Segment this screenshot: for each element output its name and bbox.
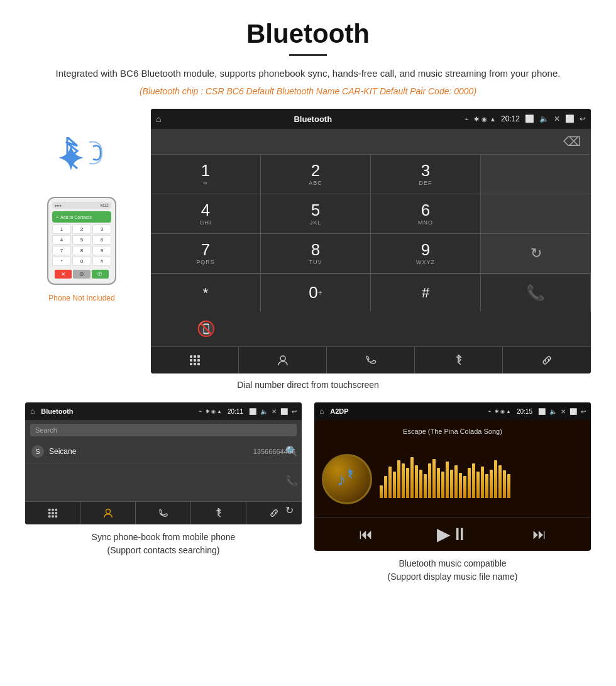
pb-contact-name: Seicane [49, 447, 253, 456]
pb-search-bar[interactable]: Search [30, 424, 297, 436]
dialpad-key-8[interactable]: 8 TUV [261, 234, 371, 274]
pb-search-area: Search [25, 420, 302, 440]
svg-rect-14 [52, 512, 54, 514]
pb-call-icon[interactable]: 📞 [285, 475, 298, 487]
pb-title: Bluetooth [41, 407, 195, 415]
ms-home-icon: ⌂ [319, 407, 324, 416]
pb-contact-avatar: S [31, 445, 44, 458]
dialpad-key-1[interactable]: 1 ∞ [151, 155, 261, 194]
close-icon: ✕ [554, 114, 560, 123]
home-icon: ⌂ [156, 114, 161, 124]
window-icon: ⬜ [565, 114, 575, 123]
page-title: Bluetooth [38, 19, 578, 49]
pb-sync-icon[interactable]: ↻ [285, 504, 298, 516]
end-call-button[interactable]: 📵 [151, 311, 261, 346]
dialpad-key-hash[interactable]: # [371, 274, 481, 311]
dialer-screen: ⌂ Bluetooth ⌁ ✱ ◉ ▲ 20:12 ⬜ 🔈 ✕ ⬜ ↩ ⌫ 1 … [151, 109, 591, 373]
dialpad-key-2[interactable]: 2 ABC [261, 155, 371, 194]
dialpad-key-star[interactable]: * [151, 274, 261, 311]
ms-play-pause-btn[interactable]: ▶⏸ [437, 524, 468, 545]
svg-rect-16 [48, 516, 50, 518]
ms-song-title: Escape (The Pina Colada Song) [403, 428, 502, 435]
dialpad-empty-1 [481, 155, 591, 194]
dialpad-key-5[interactable]: 5 JKL [261, 194, 371, 234]
pb-back-icon: ↩ [292, 408, 297, 415]
dialpad-key-zero[interactable]: 0+ [261, 274, 371, 311]
svg-rect-6 [190, 363, 192, 365]
pb-contact-row[interactable]: S Seicane 13566664466 [25, 440, 302, 463]
toolbar-dialpad-btn[interactable] [151, 347, 239, 373]
ms-album-art: ♪ [322, 454, 372, 504]
ms-window-icon: ⬜ [569, 408, 577, 415]
phone-top-bar: ●●● M12 [52, 202, 111, 209]
dialpad-empty-3: ↻ [481, 234, 591, 274]
ms-title: A2DP [330, 407, 484, 415]
svg-rect-10 [48, 509, 50, 511]
dialer-title: Bluetooth [166, 114, 459, 124]
pb-toolbar-dialpad[interactable] [25, 502, 80, 524]
svg-rect-15 [55, 512, 57, 514]
dialpad-key-4[interactable]: 4 GHI [151, 194, 261, 234]
page-header: Bluetooth Integrated with BC6 Bluetooth … [0, 0, 616, 102]
svg-rect-8 [197, 363, 200, 365]
pb-toolbar [25, 501, 302, 524]
pb-time: 20:11 [228, 408, 243, 415]
main-content: ✦ ●●● M12 +Add to Contacts [0, 102, 616, 373]
dialpad-key-7[interactable]: 7 PQRS [151, 234, 261, 274]
pb-empty-space [25, 463, 302, 501]
pb-statusbar: ⌂ Bluetooth ⌁ ✱◉▲ 20:11 ⬜ 🔈 ✕ ⬜ ↩ [25, 402, 302, 420]
location-icon: ◉ [481, 116, 487, 123]
ms-visualizer [380, 460, 583, 498]
dialpad-key-3[interactable]: 3 DEF [371, 155, 481, 194]
phone-dialpad: 1 2 3 4 5 6 7 8 9 * 0 # [52, 224, 111, 266]
phone-area: ✦ ●●● M12 +Add to Contacts [25, 109, 138, 302]
svg-rect-0 [190, 355, 192, 358]
phone-not-included-label: Phone Not Included [48, 294, 114, 302]
pb-right-icons: 🔍 📞 ↻ [285, 445, 298, 516]
usb-icon: ⌁ [465, 115, 469, 123]
toolbar-call-btn[interactable] [327, 347, 415, 373]
ms-prev-btn[interactable]: ⏮ [359, 526, 373, 543]
ms-back-icon: ↩ [581, 408, 586, 415]
toolbar-bluetooth-btn[interactable] [415, 347, 503, 373]
dialer-toolbar [151, 346, 591, 373]
ms-camera-icon: ⬜ [538, 408, 546, 415]
phonebook-caption: Sync phone-book from mobile phone(Suppor… [92, 524, 236, 557]
svg-rect-3 [190, 359, 192, 362]
ms-statusbar: ⌂ A2DP ⌁ ✱◉▲ 20:15 ⬜ 🔈 ✕ ⬜ ↩ [314, 402, 591, 420]
svg-rect-18 [55, 516, 57, 518]
status-icons: ✱ ◉ ▲ [474, 116, 496, 123]
pb-search-placeholder: Search [35, 426, 292, 434]
dialpad-key-6[interactable]: 6 MNO [371, 194, 481, 234]
svg-rect-13 [48, 512, 50, 514]
ms-time: 20:15 [517, 408, 532, 415]
pb-toolbar-call[interactable] [136, 502, 191, 524]
pb-toolbar-contacts[interactable] [80, 502, 136, 524]
dialpad-key-9[interactable]: 9 WXYZ [371, 234, 481, 274]
ms-volume-icon: 🔈 [549, 408, 557, 415]
dialer-display: ⌫ [151, 129, 591, 154]
signal-icon: ▲ [490, 116, 496, 123]
music-caption-text: Bluetooth music compatible(Support displ… [388, 558, 518, 582]
toolbar-contacts-btn[interactable] [239, 347, 327, 373]
music-screen: ⌂ A2DP ⌁ ✱◉▲ 20:15 ⬜ 🔈 ✕ ⬜ ↩ Escape (The… [314, 402, 591, 551]
svg-rect-7 [194, 363, 196, 365]
bottom-screenshots: ⌂ Bluetooth ⌁ ✱◉▲ 20:11 ⬜ 🔈 ✕ ⬜ ↩ Search [0, 402, 616, 596]
pb-volume-icon: 🔈 [260, 408, 268, 415]
svg-point-9 [280, 356, 285, 361]
backspace-button[interactable]: ⌫ [563, 134, 581, 149]
pb-status-icons: ✱◉▲ [206, 409, 222, 414]
phone-bottom-row: ✕ ⊙ ✆ [52, 268, 111, 280]
call-button[interactable]: 📞 [481, 274, 591, 311]
pb-search-icon[interactable]: 🔍 [285, 445, 298, 457]
bt-specs: (Bluetooth chip : CSR BC6 Default Blueto… [38, 86, 578, 96]
pb-camera-icon: ⬜ [249, 408, 256, 415]
phonebook-block: ⌂ Bluetooth ⌁ ✱◉▲ 20:11 ⬜ 🔈 ✕ ⬜ ↩ Search [25, 402, 302, 584]
pb-toolbar-bluetooth[interactable] [191, 502, 246, 524]
dialer-time: 20:12 [501, 114, 520, 123]
ms-next-btn[interactable]: ⏭ [532, 526, 546, 543]
toolbar-link-btn[interactable] [503, 347, 591, 373]
dialpad-empty-2 [481, 194, 591, 234]
ms-x-icon: ✕ [561, 408, 566, 415]
dial-caption: Dial number direct from touchscreen [0, 373, 616, 402]
